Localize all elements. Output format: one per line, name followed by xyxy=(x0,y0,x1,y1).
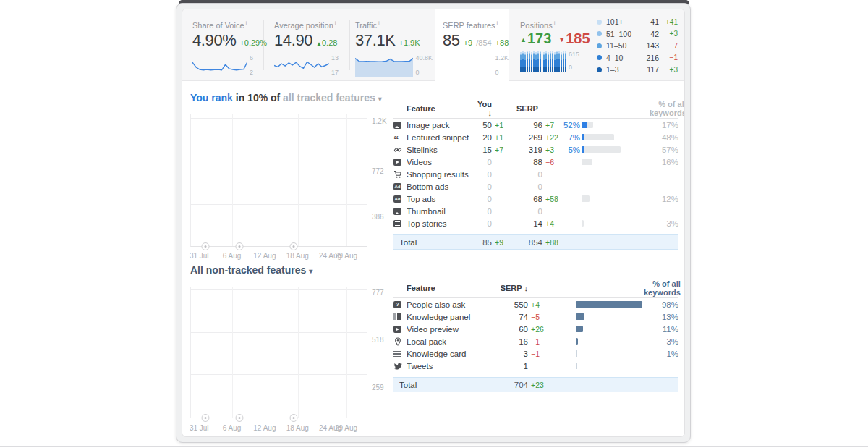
serp-features-card-selected[interactable]: SERP featuresi 85 +9 /854 +88 1.2K0 xyxy=(435,9,509,82)
serp-delta: +4 xyxy=(542,219,561,228)
x-axis-tick: 29 Aug xyxy=(335,252,357,260)
axis-annotation-marker[interactable] xyxy=(236,414,244,422)
card-title: Traffici xyxy=(355,20,433,30)
table-row[interactable]: Image pack50+196+752%17% xyxy=(393,119,678,131)
non-tracked-features-chart[interactable]: 77751825931 Jul6 Aug12 Aug18 Aug24 Aug29… xyxy=(190,287,393,433)
average-position-card[interactable]: Average positioni 14.90 ▲0.28 1317 xyxy=(270,9,349,80)
table-row[interactable]: AdTop ads068+5812% xyxy=(393,193,678,205)
sitelinks-icon xyxy=(393,145,403,154)
positions-legend-row[interactable]: 4–10216−1 xyxy=(597,54,678,62)
video-preview-icon xyxy=(393,325,403,334)
table-row[interactable]: ?People also ask550+498% xyxy=(393,298,678,310)
non-tracked-features-heading[interactable]: All non-tracked features▾ xyxy=(190,264,312,276)
feature-name: Videos xyxy=(407,158,473,166)
tracked-features-chart[interactable]: 1.2K77238631 Jul6 Aug12 Aug18 Aug24 Aug2… xyxy=(190,114,393,261)
positions-legend-row[interactable]: 101+41+41 xyxy=(597,17,678,26)
axis-annotation-marker[interactable] xyxy=(289,414,297,422)
table-header: Feature SERP ↓ % of all keywords xyxy=(393,279,678,298)
positions-legend-row[interactable]: 1–3117+3 xyxy=(597,65,678,74)
x-axis-tick: 18 Aug xyxy=(286,424,309,432)
chart-plot[interactable] xyxy=(190,287,367,418)
info-icon[interactable]: i xyxy=(378,20,380,26)
table-row[interactable]: Thumbnail00 xyxy=(393,205,678,217)
share-of-voice-card[interactable]: Share of Voicei 4.90% +0.29% 62 xyxy=(188,9,263,80)
info-icon[interactable]: i xyxy=(554,20,556,26)
pct-of-keywords: 12% xyxy=(650,195,678,203)
legend-dot-icon xyxy=(597,31,602,36)
legend-delta: +3 xyxy=(659,66,678,74)
tracked-features-heading[interactable]: You rank in 10% of all tracked features▾ xyxy=(190,92,382,103)
col-you-sorted[interactable]: You ↓ xyxy=(473,100,492,117)
local-pack-icon xyxy=(393,337,403,346)
col-serp-sorted[interactable]: SERP ↓ xyxy=(493,284,528,292)
you-count: 15 xyxy=(473,145,492,154)
info-icon[interactable]: i xyxy=(335,20,336,26)
table-row[interactable]: Videos088−616% xyxy=(393,156,678,168)
positions-improved: ▲173 xyxy=(520,30,551,47)
you-count: 0 xyxy=(473,195,492,203)
keyword-share-bar xyxy=(576,350,644,357)
serp-delta: −1 xyxy=(528,350,548,358)
traffic-card[interactable]: Traffici 37.1K +1.9K 40.8K0 xyxy=(351,9,433,80)
legend-range-label: 4–10 xyxy=(606,54,639,62)
table-row[interactable]: Knowledge panel74−513% xyxy=(393,310,678,323)
card-title: Average positioni xyxy=(274,20,349,30)
table-row[interactable]: “Featured snippet20+1269+227%48% xyxy=(393,131,678,143)
col-pct-keywords[interactable]: % of all keywords xyxy=(650,100,685,117)
serp-features-delta: +9 xyxy=(464,38,473,47)
average-position-delta: ▲0.28 xyxy=(316,38,337,47)
axis-annotation-marker[interactable] xyxy=(201,242,209,250)
x-axis-tick: 31 Jul xyxy=(190,424,209,432)
serp-delta: +3 xyxy=(542,145,561,154)
you-delta: +7 xyxy=(492,145,509,154)
keyword-share-bar xyxy=(582,183,650,190)
axis-annotation-marker[interactable] xyxy=(289,242,297,250)
info-icon[interactable]: i xyxy=(246,20,247,26)
col-feature[interactable]: Feature xyxy=(407,104,473,113)
tracked-features-dropdown[interactable]: all tracked features xyxy=(283,92,375,103)
thumbnail-icon xyxy=(393,207,403,216)
share-of-voice-delta: +0.29% xyxy=(239,38,267,47)
table-row[interactable]: Video preview60+2611% xyxy=(393,323,678,335)
serp-delta: −1 xyxy=(528,337,548,346)
positions-card[interactable]: Positionsi ▲173 ▼185 6150 101+41+4151–10… xyxy=(516,9,681,80)
col-pct-keywords[interactable]: % of all keywords xyxy=(644,279,681,297)
table-row[interactable]: Shopping results00 xyxy=(393,168,678,180)
legend-value: 216 xyxy=(639,54,659,62)
serp-delta: +58 xyxy=(542,195,561,203)
keyword-share-bar xyxy=(576,326,644,332)
total-serp: 704 xyxy=(493,381,528,389)
table-header: Feature You ↓ SERP % of all keywords xyxy=(393,99,678,119)
serp-delta: −6 xyxy=(542,158,561,166)
table-row[interactable]: Local pack16−13% xyxy=(393,335,678,347)
legend-range-label: 101+ xyxy=(606,17,639,26)
table-row[interactable]: Knowledge card3−11% xyxy=(393,347,678,360)
col-serp[interactable]: SERP xyxy=(509,104,542,113)
axis-annotation-marker[interactable] xyxy=(201,414,209,422)
info-icon[interactable]: i xyxy=(497,20,498,26)
you-serp-ratio: 52% xyxy=(561,121,580,130)
y-axis-tick: 518 xyxy=(372,336,384,344)
y-axis-tick: 777 xyxy=(372,288,384,296)
chevron-down-icon: ▾ xyxy=(378,95,382,103)
x-axis-tick: 29 Aug xyxy=(335,424,357,432)
serp-delta: +7 xyxy=(542,121,561,130)
table-row[interactable]: Top stories014+43% xyxy=(393,217,678,229)
axis-annotation-marker[interactable] xyxy=(236,242,244,250)
top-ads-icon: Ad xyxy=(393,195,403,203)
chart-plot[interactable] xyxy=(190,114,367,247)
positions-legend-row[interactable]: 51–10042+3 xyxy=(597,30,678,38)
serp-count: 88 xyxy=(509,158,542,166)
table-row[interactable]: Tweets1 xyxy=(393,360,678,372)
spark-axis-labels: 62 xyxy=(250,54,253,77)
table-row[interactable]: AdBottom ads00 xyxy=(393,180,678,193)
keyword-share-bar xyxy=(582,122,650,128)
col-feature[interactable]: Feature xyxy=(407,284,493,292)
serp-features-total-delta: +88 xyxy=(495,38,509,47)
table-row[interactable]: Sitelinks15+7319+35%57% xyxy=(393,143,678,156)
share-of-voice-sparkline xyxy=(192,54,247,77)
serp-count: 550 xyxy=(493,300,528,309)
positions-legend-row[interactable]: 11–50143−7 xyxy=(597,41,678,50)
you-count: 50 xyxy=(473,121,492,130)
keyword-share-bar xyxy=(576,363,644,369)
